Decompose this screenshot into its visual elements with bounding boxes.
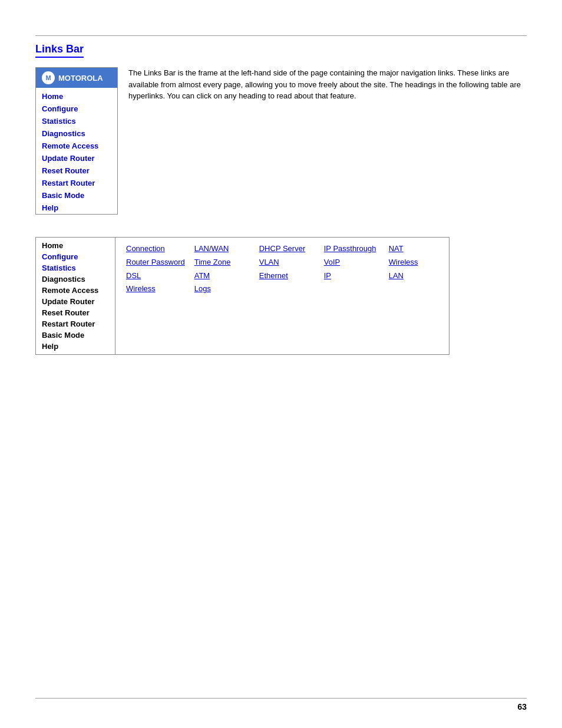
link-dsl[interactable]: DSL: [126, 269, 185, 283]
nav-col-4: IP Passthrough VoIP IP: [319, 241, 384, 351]
sidebar-item-statistics[interactable]: Statistics: [36, 115, 117, 127]
link-router-password[interactable]: Router Password: [126, 256, 185, 269]
link-atm[interactable]: ATM: [194, 269, 250, 283]
link-connection[interactable]: Connection: [126, 242, 185, 256]
sidebar-mock: M MOTOROLA Home Configure Statistics Dia…: [35, 67, 118, 215]
nav-col-5: NAT Wireless LAN: [384, 241, 449, 351]
link-wireless-col1[interactable]: Wireless: [126, 282, 185, 296]
nav-col-1: Connection Router Password DSL Wireless: [121, 241, 190, 351]
page-number: 63: [517, 702, 527, 711]
nav-sidebar-update-router[interactable]: Update Router: [36, 296, 115, 307]
link-ip-passthrough[interactable]: IP Passthrough: [324, 242, 379, 256]
nav-sidebar-statistics[interactable]: Statistics: [36, 262, 115, 274]
nav-content: Connection Router Password DSL Wireless …: [115, 238, 449, 354]
bottom-rule: [35, 698, 527, 699]
top-rule: [35, 35, 527, 36]
sidebar-item-update-router[interactable]: Update Router: [36, 152, 117, 164]
sidebar-item-restart-router[interactable]: Restart Router: [36, 177, 117, 189]
link-time-zone[interactable]: Time Zone: [194, 256, 250, 269]
nav-sidebar-home[interactable]: Home: [36, 240, 115, 251]
sidebar-item-help[interactable]: Help: [36, 202, 117, 214]
link-wireless-col5[interactable]: Wireless: [389, 256, 444, 269]
link-ip[interactable]: IP: [324, 269, 379, 283]
m-icon: M: [42, 71, 55, 84]
nav-sidebar-help[interactable]: Help: [36, 341, 115, 352]
link-ethernet[interactable]: Ethernet: [259, 269, 315, 283]
nav-sidebar-reset-router[interactable]: Reset Router: [36, 307, 115, 318]
sidebar-item-home[interactable]: Home: [36, 90, 117, 103]
section-title: Links Bar: [35, 43, 84, 58]
nav-sidebar-restart-router[interactable]: Restart Router: [36, 318, 115, 330]
nav-sidebar-configure[interactable]: Configure: [36, 251, 115, 262]
nav-sidebar-basic-mode[interactable]: Basic Mode: [36, 330, 115, 341]
sidebar-item-configure[interactable]: Configure: [36, 103, 117, 115]
link-voip[interactable]: VoIP: [324, 256, 379, 269]
nav-table: Home Configure Statistics Diagnostics Re…: [35, 237, 449, 355]
link-logs[interactable]: Logs: [194, 282, 250, 296]
content-area: M MOTOROLA Home Configure Statistics Dia…: [35, 67, 527, 215]
link-lan[interactable]: LAN: [389, 269, 444, 283]
page-wrapper: Links Bar M MOTOROLA Home Configure Stat…: [0, 0, 562, 728]
nav-sidebar: Home Configure Statistics Diagnostics Re…: [36, 238, 115, 354]
sidebar-item-basic-mode[interactable]: Basic Mode: [36, 189, 117, 202]
sidebar-item-diagnostics[interactable]: Diagnostics: [36, 127, 117, 140]
link-dhcp-server[interactable]: DHCP Server: [259, 242, 315, 256]
sidebar-item-reset-router[interactable]: Reset Router: [36, 164, 117, 177]
motorola-logo-text: MOTOROLA: [58, 74, 103, 83]
nav-sidebar-remote-access[interactable]: Remote Access: [36, 285, 115, 296]
link-lan-wan[interactable]: LAN/WAN: [194, 242, 250, 256]
motorola-logo: M MOTOROLA: [36, 68, 117, 88]
link-vlan[interactable]: VLAN: [259, 256, 315, 269]
nav-col-2: LAN/WAN Time Zone ATM Logs: [190, 241, 254, 351]
link-nat[interactable]: NAT: [389, 242, 444, 256]
description-text: The Links Bar is the frame at the left-h…: [128, 67, 527, 215]
nav-sidebar-diagnostics[interactable]: Diagnostics: [36, 274, 115, 285]
sidebar-item-remote-access[interactable]: Remote Access: [36, 140, 117, 152]
nav-col-3: DHCP Server VLAN Ethernet: [254, 241, 319, 351]
sidebar-nav: Home Configure Statistics Diagnostics Re…: [36, 90, 117, 214]
